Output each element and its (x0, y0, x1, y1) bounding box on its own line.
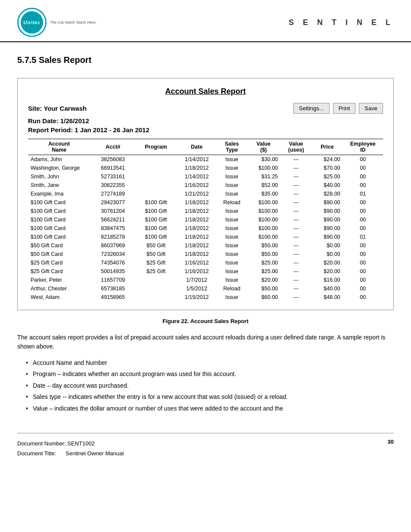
cell-value-dollar: $100.00 (246, 198, 280, 207)
cell-date: 1/18/2012 (176, 224, 217, 233)
cell-employee-id: 00 (343, 258, 383, 267)
cell-acct: 74354076 (90, 258, 136, 267)
cell-price: $0.00 (311, 250, 342, 258)
col-header-sales-type: SalesType (217, 139, 246, 155)
cell-price: $40.00 (311, 284, 342, 293)
cell-date: 1/5/2012 (176, 284, 217, 293)
cell-acct: 49158965 (90, 293, 136, 301)
cell-acct: 52733161 (90, 172, 136, 181)
cell-date: 1/18/2012 (176, 241, 217, 250)
col-header-employee-id: EmployeeID (343, 139, 383, 155)
list-item: Sales type -- indicates whether the entr… (26, 392, 394, 401)
table-row: Smith, Jane 30622355 1/16/2012 Issue $52… (28, 181, 383, 190)
cell-date: 1/14/2012 (176, 172, 217, 181)
cell-sales-type: Issue (217, 207, 246, 215)
cell-employee-id: 00 (343, 172, 383, 181)
settings-button[interactable]: Settings... (293, 103, 330, 114)
cell-date: 1/18/2012 (176, 233, 217, 241)
cell-employee-id: 00 (343, 276, 383, 284)
cell-acct: 50014935 (90, 267, 136, 276)
cell-account-name: Smith, John (28, 172, 90, 181)
cell-value-dollar: $60.00 (246, 293, 280, 301)
report-box: Account Sales Report Site: Your Carwash … (17, 78, 394, 310)
cell-value-uses: --- (280, 172, 311, 181)
table-row: Arthur, Chester 65738185 1/5/2012 Reload… (28, 284, 383, 293)
col-header-price: Price (311, 139, 342, 155)
cell-employee-id: 00 (343, 267, 383, 276)
cell-program: $100 Gift (136, 215, 177, 224)
cell-sales-type: Issue (217, 276, 246, 284)
cell-value-dollar: $100.00 (246, 224, 280, 233)
cell-sales-type: Reload (217, 198, 246, 207)
report-title: Account Sales Report (28, 87, 383, 96)
cell-program (136, 190, 177, 198)
cell-account-name: $100 Gift Card (28, 224, 90, 233)
table-row: Smith, John 52733161 1/14/2012 Issue $31… (28, 172, 383, 181)
print-button[interactable]: Print (333, 103, 356, 114)
report-buttons: Settings... Print Save (293, 103, 383, 114)
col-header-acct: Acct# (90, 139, 136, 155)
cell-employee-id: 00 (343, 207, 383, 215)
cell-acct: 66913541 (90, 164, 136, 172)
footer-doc-title: Document Title: Sentinel Owner Manual (17, 448, 124, 458)
table-row: $100 Gift Card 29423077 $100 Gift 1/18/2… (28, 198, 383, 207)
cell-program: $25 Gift (136, 258, 177, 267)
cell-price: $16.00 (311, 276, 342, 284)
cell-sales-type: Issue (217, 155, 246, 164)
cell-value-uses: --- (280, 267, 311, 276)
logo-inner: Unitec (21, 11, 43, 34)
cell-value-dollar: $100.00 (246, 215, 280, 224)
cell-price: $48.00 (311, 293, 342, 301)
site-name: Site: Your Carwash (28, 105, 87, 112)
cell-price: $20.00 (311, 258, 342, 267)
cell-value-dollar: $100.00 (246, 164, 280, 172)
footer-page-number: 30 (388, 439, 394, 445)
page-header: Unitec The Car Wash Starts Here. S E N T… (0, 0, 411, 42)
cell-value-uses: --- (280, 207, 311, 215)
section-title: 5.7.5 Sales Report (17, 55, 394, 65)
cell-sales-type: Issue (217, 293, 246, 301)
cell-employee-id: 00 (343, 293, 383, 301)
cell-value-uses: --- (280, 155, 311, 164)
cell-value-uses: --- (280, 215, 311, 224)
cell-value-dollar: $25.00 (246, 267, 280, 276)
cell-account-name: $25 Gift Card (28, 267, 90, 276)
list-item: Value – indicates the dollar amount or n… (26, 404, 394, 413)
table-row: $50 Gift Card 72326034 $50 Gift 1/18/201… (28, 250, 383, 258)
cell-sales-type: Issue (217, 258, 246, 267)
cell-sales-type: Issue (217, 224, 246, 233)
cell-price: $40.00 (311, 181, 342, 190)
table-row: $100 Gift Card 82185278 $100 Gift 1/18/2… (28, 233, 383, 241)
cell-account-name: $50 Gift Card (28, 250, 90, 258)
cell-value-uses: --- (280, 276, 311, 284)
cell-price: $90.00 (311, 198, 342, 207)
cell-sales-type: Reload (217, 284, 246, 293)
cell-program: $100 Gift (136, 224, 177, 233)
list-item: Program – indicates whether an account p… (26, 369, 394, 379)
table-row: $100 Gift Card 30761204 $100 Gift 1/18/2… (28, 207, 383, 215)
cell-date: 1/18/2012 (176, 207, 217, 215)
cell-employee-id: 00 (343, 250, 383, 258)
cell-price: $25.00 (311, 172, 342, 181)
cell-program (136, 293, 177, 301)
cell-employee-id: 00 (343, 215, 383, 224)
cell-date: 1/18/2012 (176, 164, 217, 172)
cell-acct: 83847475 (90, 224, 136, 233)
cell-date: 1/14/2012 (176, 155, 217, 164)
cell-sales-type: Issue (217, 190, 246, 198)
body-text: The account sales report provides a list… (17, 333, 394, 351)
logo-area: Unitec The Car Wash Starts Here. (17, 8, 97, 37)
report-table: AccountName Acct# Program Date SalesType… (28, 139, 383, 301)
cell-program (136, 155, 177, 164)
figure-caption: Figure 22. Account Sales Report (17, 318, 394, 324)
cell-employee-id: 00 (343, 155, 383, 164)
cell-value-uses: --- (280, 258, 311, 267)
cell-program (136, 172, 177, 181)
cell-sales-type: Issue (217, 164, 246, 172)
cell-date: 1/16/2012 (176, 181, 217, 190)
report-header-row: Site: Your Carwash Settings... Print Sav… (28, 103, 383, 114)
save-button[interactable]: Save (359, 103, 383, 114)
cell-date: 1/18/2012 (176, 198, 217, 207)
cell-program (136, 181, 177, 190)
list-item: Account Name and Number (26, 358, 394, 367)
